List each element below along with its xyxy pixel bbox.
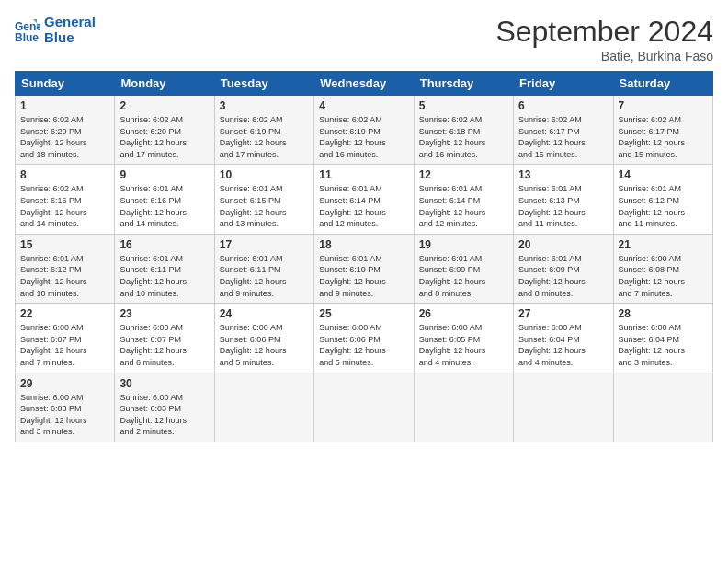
calendar-cell-day-12: 12Sunrise: 6:01 AM Sunset: 6:14 PM Dayli… (414, 165, 513, 234)
day-number: 2 (119, 99, 209, 112)
calendar-cell-day-19: 19Sunrise: 6:01 AM Sunset: 6:09 PM Dayli… (414, 234, 513, 303)
day-number: 25 (319, 307, 408, 320)
day-header-thursday: Thursday (414, 72, 513, 96)
day-header-wednesday: Wednesday (314, 72, 414, 96)
day-number: 19 (419, 238, 508, 251)
month-title: September 2024 (495, 15, 713, 49)
calendar-row-2: 8Sunrise: 6:02 AM Sunset: 6:16 PM Daylig… (16, 165, 713, 234)
calendar-cell-day-8: 8Sunrise: 6:02 AM Sunset: 6:16 PM Daylig… (16, 165, 115, 234)
cell-details: Sunrise: 6:01 AM Sunset: 6:13 PM Dayligh… (518, 183, 608, 229)
calendar-cell-day-17: 17Sunrise: 6:01 AM Sunset: 6:11 PM Dayli… (214, 234, 313, 303)
day-number: 17 (220, 238, 309, 251)
day-number: 16 (119, 238, 209, 251)
day-number: 14 (619, 168, 708, 181)
calendar-cell-day-23: 23Sunrise: 6:00 AM Sunset: 6:07 PM Dayli… (115, 304, 214, 373)
cell-details: Sunrise: 6:00 AM Sunset: 6:04 PM Dayligh… (619, 322, 708, 368)
calendar-cell-day-22: 22Sunrise: 6:00 AM Sunset: 6:07 PM Dayli… (16, 304, 115, 373)
day-number: 22 (20, 307, 109, 320)
logo-icon: General Blue (15, 17, 40, 43)
day-number: 15 (20, 238, 109, 251)
cell-details: Sunrise: 6:00 AM Sunset: 6:03 PM Dayligh… (119, 392, 209, 438)
day-number: 12 (419, 168, 508, 181)
calendar-cell-day-29: 29Sunrise: 6:00 AM Sunset: 6:03 PM Dayli… (16, 373, 115, 442)
logo-line1: General (44, 15, 96, 30)
cell-details: Sunrise: 6:02 AM Sunset: 6:18 PM Dayligh… (419, 114, 508, 160)
calendar-row-1: 1Sunrise: 6:02 AM Sunset: 6:20 PM Daylig… (16, 96, 713, 165)
cell-details: Sunrise: 6:01 AM Sunset: 6:11 PM Dayligh… (220, 253, 309, 299)
calendar-row-4: 22Sunrise: 6:00 AM Sunset: 6:07 PM Dayli… (16, 304, 713, 373)
calendar-cell-empty (613, 373, 712, 442)
calendar-cell-day-16: 16Sunrise: 6:01 AM Sunset: 6:11 PM Dayli… (115, 234, 214, 303)
day-number: 13 (518, 168, 608, 181)
day-header-sunday: Sunday (16, 72, 115, 96)
day-number: 18 (319, 238, 408, 251)
calendar-cell-day-26: 26Sunrise: 6:00 AM Sunset: 6:05 PM Dayli… (414, 304, 513, 373)
cell-details: Sunrise: 6:00 AM Sunset: 6:06 PM Dayligh… (319, 322, 408, 368)
cell-details: Sunrise: 6:00 AM Sunset: 6:03 PM Dayligh… (20, 392, 109, 438)
cell-details: Sunrise: 6:01 AM Sunset: 6:09 PM Dayligh… (518, 253, 608, 299)
day-number: 9 (119, 168, 209, 181)
calendar-cell-day-10: 10Sunrise: 6:01 AM Sunset: 6:15 PM Dayli… (214, 165, 313, 234)
cell-details: Sunrise: 6:01 AM Sunset: 6:16 PM Dayligh… (119, 183, 209, 229)
calendar-cell-day-7: 7Sunrise: 6:02 AM Sunset: 6:17 PM Daylig… (613, 96, 712, 165)
calendar-row-5: 29Sunrise: 6:00 AM Sunset: 6:03 PM Dayli… (16, 373, 713, 442)
calendar-table: SundayMondayTuesdayWednesdayThursdayFrid… (15, 71, 713, 442)
calendar-cell-day-25: 25Sunrise: 6:00 AM Sunset: 6:06 PM Dayli… (314, 304, 414, 373)
day-number: 5 (419, 99, 508, 112)
calendar-cell-day-30: 30Sunrise: 6:00 AM Sunset: 6:03 PM Dayli… (115, 373, 214, 442)
cell-details: Sunrise: 6:01 AM Sunset: 6:11 PM Dayligh… (119, 253, 209, 299)
day-header-tuesday: Tuesday (214, 72, 313, 96)
calendar-cell-day-18: 18Sunrise: 6:01 AM Sunset: 6:10 PM Dayli… (314, 234, 414, 303)
calendar-cell-empty (414, 373, 513, 442)
location: Batie, Burkina Faso (495, 49, 713, 63)
day-number: 23 (119, 307, 209, 320)
day-number: 4 (319, 99, 408, 112)
day-number: 8 (20, 168, 109, 181)
calendar-cell-day-6: 6Sunrise: 6:02 AM Sunset: 6:17 PM Daylig… (514, 96, 613, 165)
page-header: General Blue General Blue September 2024… (15, 15, 713, 63)
logo: General Blue General Blue (15, 15, 96, 45)
day-number: 30 (119, 377, 209, 390)
day-number: 11 (319, 168, 408, 181)
day-number: 26 (419, 307, 508, 320)
day-number: 7 (619, 99, 708, 112)
calendar-cell-day-5: 5Sunrise: 6:02 AM Sunset: 6:18 PM Daylig… (414, 96, 513, 165)
logo-line2: Blue (44, 30, 96, 46)
day-number: 6 (518, 99, 608, 112)
cell-details: Sunrise: 6:01 AM Sunset: 6:12 PM Dayligh… (619, 183, 708, 229)
calendar-cell-day-3: 3Sunrise: 6:02 AM Sunset: 6:19 PM Daylig… (214, 96, 313, 165)
day-number: 3 (220, 99, 309, 112)
cell-details: Sunrise: 6:00 AM Sunset: 6:05 PM Dayligh… (419, 322, 508, 368)
day-number: 1 (20, 99, 109, 112)
cell-details: Sunrise: 6:00 AM Sunset: 6:07 PM Dayligh… (119, 322, 209, 368)
cell-details: Sunrise: 6:02 AM Sunset: 6:20 PM Dayligh… (119, 114, 209, 160)
calendar-cell-day-15: 15Sunrise: 6:01 AM Sunset: 6:12 PM Dayli… (16, 234, 115, 303)
calendar-cell-empty (214, 373, 313, 442)
calendar-cell-day-20: 20Sunrise: 6:01 AM Sunset: 6:09 PM Dayli… (514, 234, 613, 303)
calendar-cell-empty (314, 373, 414, 442)
cell-details: Sunrise: 6:01 AM Sunset: 6:10 PM Dayligh… (319, 253, 408, 299)
cell-details: Sunrise: 6:02 AM Sunset: 6:16 PM Dayligh… (20, 183, 109, 229)
svg-text:Blue: Blue (15, 31, 39, 43)
cell-details: Sunrise: 6:00 AM Sunset: 6:06 PM Dayligh… (220, 322, 309, 368)
cell-details: Sunrise: 6:02 AM Sunset: 6:20 PM Dayligh… (20, 114, 109, 160)
day-number: 27 (518, 307, 608, 320)
day-number: 10 (220, 168, 309, 181)
calendar-cell-day-2: 2Sunrise: 6:02 AM Sunset: 6:20 PM Daylig… (115, 96, 214, 165)
day-number: 28 (619, 307, 708, 320)
calendar-cell-day-9: 9Sunrise: 6:01 AM Sunset: 6:16 PM Daylig… (115, 165, 214, 234)
calendar-cell-day-28: 28Sunrise: 6:00 AM Sunset: 6:04 PM Dayli… (613, 304, 712, 373)
cell-details: Sunrise: 6:02 AM Sunset: 6:17 PM Dayligh… (619, 114, 708, 160)
day-number: 24 (220, 307, 309, 320)
calendar-cell-day-1: 1Sunrise: 6:02 AM Sunset: 6:20 PM Daylig… (16, 96, 115, 165)
cell-details: Sunrise: 6:00 AM Sunset: 6:07 PM Dayligh… (20, 322, 109, 368)
cell-details: Sunrise: 6:00 AM Sunset: 6:08 PM Dayligh… (619, 253, 708, 299)
cell-details: Sunrise: 6:01 AM Sunset: 6:09 PM Dayligh… (419, 253, 508, 299)
day-header-monday: Monday (115, 72, 214, 96)
calendar-header-row: SundayMondayTuesdayWednesdayThursdayFrid… (16, 72, 713, 96)
cell-details: Sunrise: 6:01 AM Sunset: 6:15 PM Dayligh… (220, 183, 309, 229)
day-header-saturday: Saturday (613, 72, 712, 96)
calendar-row-3: 15Sunrise: 6:01 AM Sunset: 6:12 PM Dayli… (16, 234, 713, 303)
cell-details: Sunrise: 6:02 AM Sunset: 6:19 PM Dayligh… (220, 114, 309, 160)
title-block: September 2024 Batie, Burkina Faso (495, 15, 713, 63)
